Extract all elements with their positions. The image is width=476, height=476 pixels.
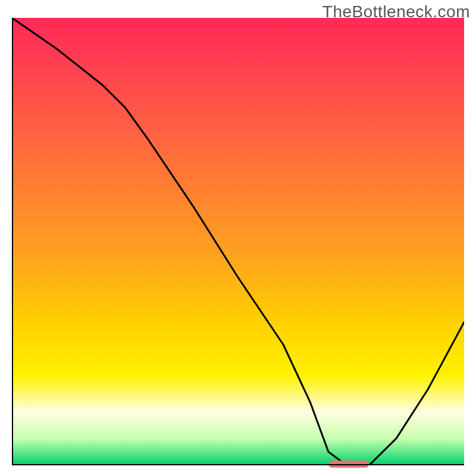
y-axis-line bbox=[12, 18, 13, 465]
bottleneck-curve bbox=[12, 18, 464, 465]
chart-container: TheBottleneck.com bbox=[0, 0, 476, 476]
curve-path bbox=[12, 18, 464, 465]
plot-area bbox=[12, 18, 464, 465]
x-axis-line bbox=[12, 464, 464, 465]
watermark-label: TheBottleneck.com bbox=[322, 2, 470, 21]
